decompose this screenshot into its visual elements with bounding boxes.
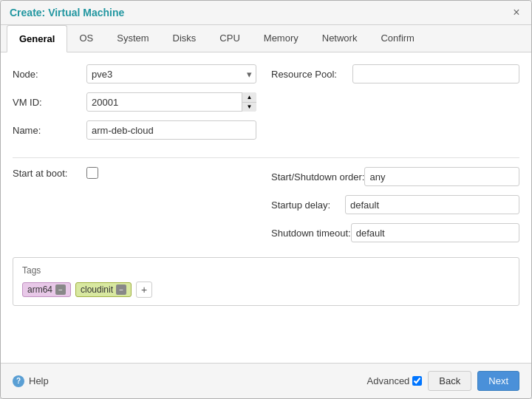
startup-delay-label: Startup delay: (271, 200, 345, 211)
help-icon: ? (13, 375, 24, 387)
vmid-label: VM ID: (13, 97, 86, 108)
tab-cpu[interactable]: CPU (208, 25, 251, 52)
content-area: Node: pve3 ▾ VM ID: ▲ ▼ (1, 52, 531, 363)
tab-bar: General OS System Disks CPU Memory Netwo… (1, 25, 531, 52)
advanced-checkbox[interactable] (412, 376, 422, 386)
tab-general[interactable]: General (7, 25, 67, 52)
tag-arm64: arm64 − (22, 282, 71, 297)
node-select[interactable]: pve3 (86, 64, 256, 83)
start-shutdown-label: Start/Shutdown order: (271, 171, 364, 183)
name-row: Name: (13, 120, 271, 140)
help-button[interactable]: ? Help (13, 375, 49, 387)
tag-add-button[interactable]: + (136, 282, 152, 298)
tag-arm64-remove-button[interactable]: − (55, 284, 66, 295)
help-label: Help (29, 375, 49, 386)
start-boot-label: Start at boot: (13, 168, 86, 179)
start-shutdown-row: Start/Shutdown order: (271, 167, 519, 186)
tag-arm64-label: arm64 (27, 284, 52, 295)
tag-cloudinit-remove-button[interactable]: − (116, 284, 126, 295)
shutdown-timeout-label: Shutdown timeout: (271, 228, 351, 239)
vmid-spinner-wrapper: ▲ ▼ (86, 92, 256, 112)
tab-network[interactable]: Network (310, 25, 369, 52)
right-middle-column: Start/Shutdown order: Startup delay: Shu… (271, 167, 519, 251)
resource-pool-row: Resource Pool: (271, 64, 519, 83)
tab-confirm[interactable]: Confirm (369, 25, 426, 52)
shutdown-timeout-row: Shutdown timeout: (271, 223, 519, 242)
title-bar: Create: Virtual Machine × (1, 1, 531, 25)
node-row: Node: pve3 ▾ (13, 64, 271, 83)
tab-memory[interactable]: Memory (252, 25, 310, 52)
footer-right: Advanced Back Next (367, 371, 519, 391)
start-boot-checkbox[interactable] (86, 167, 98, 179)
startup-delay-row: Startup delay: (271, 195, 519, 214)
tag-cloudinit-label: cloudinit (81, 284, 113, 295)
resource-pool-select-wrapper (352, 64, 519, 83)
vmid-input[interactable] (86, 92, 256, 112)
close-button[interactable]: × (511, 7, 522, 18)
start-shutdown-input[interactable] (364, 167, 519, 186)
next-button[interactable]: Next (477, 371, 519, 391)
name-input[interactable] (86, 120, 256, 140)
startup-delay-input[interactable] (345, 195, 519, 214)
tags-section: Tags arm64 − cloudinit − + (13, 257, 519, 306)
resource-pool-select[interactable] (352, 64, 519, 83)
left-middle-column: Start at boot: (13, 167, 271, 251)
vmid-decrement-button[interactable]: ▼ (242, 103, 256, 112)
advanced-text: Advanced (367, 375, 410, 386)
advanced-label[interactable]: Advanced (367, 375, 423, 386)
tab-os[interactable]: OS (67, 25, 105, 52)
top-section: Node: pve3 ▾ VM ID: ▲ ▼ (13, 64, 519, 149)
dialog-title: Create: Virtual Machine (10, 7, 124, 18)
node-label: Node: (13, 69, 86, 80)
start-boot-row: Start at boot: (13, 167, 271, 179)
vmid-spinner-buttons: ▲ ▼ (242, 92, 256, 112)
create-vm-dialog: Create: Virtual Machine × General OS Sys… (0, 0, 532, 399)
vmid-row: VM ID: ▲ ▼ (13, 92, 271, 112)
tab-disks[interactable]: Disks (161, 25, 208, 52)
resource-pool-label: Resource Pool: (271, 69, 352, 80)
tag-cloudinit: cloudinit − (75, 282, 132, 297)
shutdown-timeout-input[interactable] (351, 223, 519, 242)
node-select-wrapper: pve3 ▾ (86, 64, 256, 83)
left-column: Node: pve3 ▾ VM ID: ▲ ▼ (13, 64, 271, 149)
tags-label: Tags (22, 265, 510, 276)
divider-1 (13, 157, 519, 158)
right-column: Resource Pool: (271, 64, 519, 149)
name-label: Name: (13, 125, 86, 136)
tags-row: arm64 − cloudinit − + (22, 282, 510, 298)
middle-section: Start at boot: Start/Shutdown order: Sta… (13, 167, 519, 251)
footer: ? Help Advanced Back Next (1, 363, 531, 398)
tab-system[interactable]: System (105, 25, 160, 52)
vmid-increment-button[interactable]: ▲ (242, 92, 256, 103)
back-button[interactable]: Back (428, 371, 471, 391)
